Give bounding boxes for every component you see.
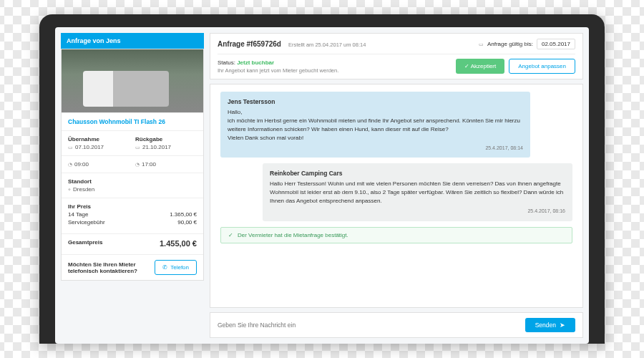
calendar-icon: ▭	[135, 145, 140, 150]
vehicle-title[interactable]: Chausson Wohnmobil TI Flash 26	[68, 118, 197, 125]
contact-question: Möchten Sie Ihren Mieter telefonisch kon…	[68, 261, 149, 274]
check-icon: ✓	[228, 232, 233, 238]
pin-icon: ⌖	[68, 187, 71, 193]
calendar-icon: ▭	[68, 145, 73, 150]
app-screen: Anfrage von Jens Chausson Wohnmobil TI F…	[55, 27, 589, 344]
message-sender: Jens Testersson	[228, 97, 523, 107]
chat-thread[interactable]: Jens Testersson Hallo, ich möchte im Her…	[210, 84, 583, 308]
price-label: Ihr Preis	[68, 203, 197, 210]
clock-icon: ◔	[68, 162, 72, 168]
request-header: Anfrage #f659726d Erstellt am 25.04.2017…	[210, 33, 583, 79]
confirmation-banner: ✓ Der Vermieter hat die Mietanfrage best…	[220, 227, 572, 243]
return-label: Rückgabe	[135, 136, 197, 142]
pickup-time: 09:00	[74, 161, 89, 168]
status-line: Status: Jetzt buchbar	[218, 59, 338, 66]
main-panel: Anfrage #f659726d Erstellt am 25.04.2017…	[210, 33, 583, 338]
accept-button[interactable]: ✓ Akzeptiert	[456, 59, 504, 74]
pickup-label: Übernahme	[68, 136, 130, 142]
days-label: 14 Tage	[68, 211, 88, 218]
clock-icon: ◔	[135, 162, 140, 168]
message-body: Hallo Herr Testersson! Wohin und mit wie…	[270, 180, 565, 205]
location: Dresden	[73, 186, 94, 193]
send-button[interactable]: Senden➤	[525, 318, 575, 332]
check-icon: ✓	[464, 63, 471, 69]
message-input[interactable]	[218, 321, 519, 329]
phone-button[interactable]: ✆Telefon	[155, 260, 197, 275]
sidebar: Anfrage von Jens Chausson Wohnmobil TI F…	[61, 33, 204, 338]
message-body: Hallo, ich möchte im Herbst gerne ein Wo…	[228, 108, 523, 142]
laptop-frame: Anfrage von Jens Chausson Wohnmobil TI F…	[39, 14, 605, 344]
message-composer: Senden➤	[210, 312, 583, 338]
fee-price: 90,00 €	[177, 219, 197, 226]
message-incoming: Jens Testersson Hallo, ich möchte im Her…	[220, 92, 530, 158]
status-sub: Ihr Angebot kann jetzt vom Mieter gebuch…	[218, 67, 338, 74]
message-outgoing: Reinkober Camping Cars Hallo Herr Tester…	[263, 163, 572, 221]
return-date: 21.10.2017	[142, 144, 171, 150]
message-time: 25.4.2017, 08:14	[228, 145, 523, 153]
valid-until: ▭ Anfrage gültig bis: 02.05.2017	[479, 39, 575, 49]
message-sender: Reinkober Camping Cars	[270, 169, 565, 178]
return-time: 17:00	[142, 161, 156, 168]
request-title: Anfrage #f659726d	[218, 40, 281, 48]
total-label: Gesamtpreis	[68, 239, 102, 248]
status-value: Jetzt buchbar	[237, 59, 274, 66]
location-label: Standort	[68, 178, 197, 185]
adjust-offer-button[interactable]: Angebot anpassen	[509, 59, 575, 74]
sidebar-card: Chausson Wohnmobil TI Flash 26 Übernahme…	[61, 49, 204, 281]
send-icon: ➤	[560, 321, 565, 329]
vehicle-image	[62, 49, 203, 112]
phone-icon: ✆	[162, 264, 167, 271]
fee-label: Servicegebühr	[68, 219, 105, 226]
valid-date: 02.05.2017	[537, 39, 575, 49]
message-time: 25.4.2017, 08:16	[270, 208, 565, 216]
days-price: 1.365,00 €	[170, 211, 197, 218]
pickup-date: 07.10.2017	[75, 144, 104, 150]
sidebar-header: Anfrage von Jens	[61, 33, 204, 49]
total-price: 1.455,00 €	[160, 239, 197, 248]
created-at: Erstellt am 25.04.2017 um 08:14	[288, 42, 366, 48]
calendar-icon: ▭	[479, 42, 484, 47]
